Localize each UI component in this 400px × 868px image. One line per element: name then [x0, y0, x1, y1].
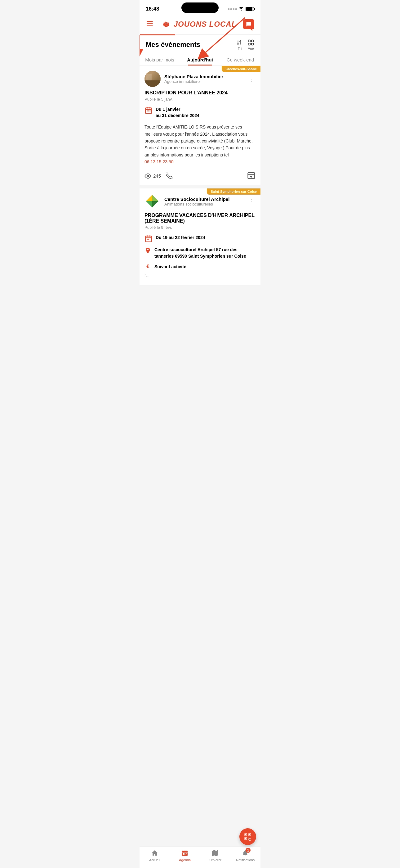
event-location-text-2: Centre socioculturel Archipel 57 rue des…: [155, 247, 256, 259]
more-button-2[interactable]: ⋮: [247, 196, 256, 207]
wifi-icon: [239, 6, 244, 12]
page-title-bar: Mes événements Tri Vue: [139, 35, 261, 53]
org-type-1: Agence immobilière: [164, 79, 243, 84]
event-card-1: Crêches-sur-Saône Stéphane Plaza Immobil…: [139, 66, 261, 185]
location-badge-1: Crêches-sur-Saône: [222, 66, 261, 72]
tab-month[interactable]: Mois par mois: [139, 53, 180, 65]
add-calendar-button-1[interactable]: [247, 171, 256, 181]
org-name-2: Centre Socioculturel Archipel: [164, 196, 243, 202]
svg-point-29: [147, 175, 149, 177]
svg-point-9: [165, 23, 166, 24]
location-badge-2: Saint-Symphorien-sur-Coise: [207, 188, 261, 195]
event-title-2: Programme vacances d'hiver ARCHIPEL (1èr…: [139, 213, 261, 225]
event-date-1: Du 1 janvier au 31 décembre 2024: [139, 104, 261, 120]
app-header: JOUONS LOCAL: [139, 16, 261, 35]
status-bar: 16:48: [139, 0, 261, 16]
event-published-2: Publié le 9 févr.: [139, 225, 261, 233]
svg-rect-30: [248, 172, 255, 179]
signal-icon: [228, 8, 237, 10]
svg-rect-41: [148, 239, 149, 240]
org-name-1: Stéphane Plaza Immobilier: [164, 74, 243, 79]
svg-point-10: [167, 23, 167, 24]
svg-rect-1: [147, 23, 153, 24]
org-avatar-2: [144, 193, 161, 210]
svg-rect-26: [147, 111, 148, 112]
event-date-text-1: Du 1 janvier au 31 décembre 2024: [156, 106, 199, 119]
svg-rect-16: [252, 40, 253, 42]
event-date-2: Du 19 au 22 février 2024: [139, 233, 261, 245]
event-location-2: Centre socioculturel Archipel 57 rue des…: [139, 245, 261, 261]
view-button[interactable]: Vue: [247, 39, 254, 50]
tab-weekend[interactable]: Ce week-end: [220, 53, 261, 65]
dynamic-island: [181, 2, 219, 13]
svg-rect-40: [147, 239, 148, 240]
events-list: Crêches-sur-Saône Stéphane Plaza Immobil…: [139, 66, 261, 313]
status-time: 16:48: [146, 6, 159, 12]
calendar-icon-1: [144, 106, 153, 115]
calendar-icon-2: [144, 235, 153, 243]
logo-text: JOUONS LOCAL: [174, 20, 237, 29]
org-type-2: Animations socioculturelles: [164, 202, 243, 207]
eye-icon: [144, 173, 151, 180]
logo: JOUONS LOCAL: [161, 19, 237, 30]
more-button-1[interactable]: ⋮: [247, 74, 256, 84]
tab-today[interactable]: Aujourd'hui: [180, 53, 220, 65]
archipel-logo: [144, 193, 160, 209]
menu-button[interactable]: [146, 19, 154, 29]
svg-rect-15: [248, 40, 250, 42]
event-footer-1: 245: [139, 168, 261, 181]
status-icons: [228, 6, 254, 12]
tabs-wrapper: Mois par mois Aujourd'hui Ce week-end: [139, 53, 261, 66]
views-count-1: 245: [144, 173, 161, 180]
svg-rect-17: [248, 43, 250, 45]
svg-rect-2: [147, 25, 153, 26]
view-label: Vue: [248, 46, 254, 50]
org-info-2: Centre Socioculturel Archipel Animations…: [164, 196, 243, 207]
more-text-hint: l'...: [139, 272, 261, 281]
event-title-1: INSCRIPTION POUR L'ANNEE 2024: [139, 90, 261, 97]
battery-icon: [245, 7, 254, 11]
org-avatar-1: [144, 71, 161, 87]
location-pin-icon: [144, 247, 151, 254]
event-price-text-2: Suivant activité: [155, 264, 186, 269]
svg-rect-28: [149, 111, 151, 112]
event-card-2: Saint-Symphorien-sur-Coise Centre Socioc…: [139, 188, 261, 285]
event-price-2: € Suivant activité: [139, 261, 261, 272]
event-published-1: Publié le 5 janv.: [139, 97, 261, 104]
org-info-1: Stéphane Plaza Immobilier Agence immobil…: [164, 74, 243, 84]
svg-rect-27: [148, 111, 149, 112]
title-actions: Tri Vue: [236, 39, 254, 50]
phone-icon-1[interactable]: [166, 173, 173, 180]
tabs: Mois par mois Aujourd'hui Ce week-end: [139, 53, 261, 66]
event-date-range-2: Du 19 au 22 février 2024: [156, 235, 205, 241]
svg-rect-18: [252, 43, 253, 45]
bee-icon: [161, 19, 172, 30]
event-phone-link-1[interactable]: 06 13 15 23 50: [144, 159, 173, 164]
svg-rect-0: [147, 21, 153, 22]
euro-icon: €: [144, 263, 151, 270]
chat-button[interactable]: [243, 19, 254, 29]
event-description-1: Toute l'Equipe AMITIE-LOISIRS vous prése…: [139, 120, 261, 168]
sort-label: Tri: [238, 46, 241, 50]
sort-button[interactable]: Tri: [236, 39, 243, 50]
page-title: Mes événements: [146, 41, 200, 49]
